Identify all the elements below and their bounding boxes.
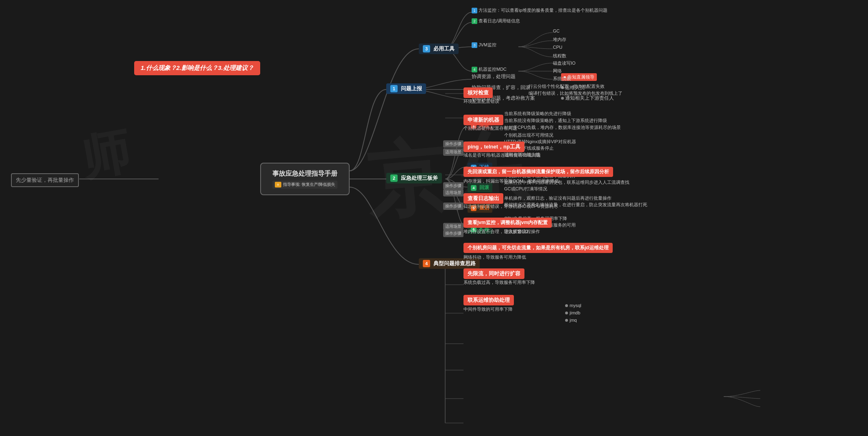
top-question-text: 1.什么现象？2.影响是什么？3.处理建议？ bbox=[141, 64, 254, 71]
xianliu-sys-item: 系统负载过高，导致服务可用率下降 bbox=[463, 279, 535, 286]
center-node: 事故应急处理指导手册 ≡ 指导事项: 恢复生产/降低损失 bbox=[260, 163, 350, 195]
center-title: 事故应急处理指导手册 bbox=[272, 170, 338, 178]
xianliu-tag2: 适用场景 bbox=[443, 148, 463, 156]
top-question-box: 1.什么现象？2.影响是什么？3.处理建议？ bbox=[134, 61, 260, 75]
mdc-load: 系统负载 bbox=[553, 76, 571, 82]
room-item: 网络抖动，导致服务可用力降低 bbox=[463, 254, 526, 260]
huigun-item3: GC或CPU打满等情况 bbox=[504, 186, 547, 192]
yunwei-item: 中间件导致的可用率下降 bbox=[463, 306, 513, 312]
watermark-shi: 师 bbox=[76, 118, 135, 192]
biyong-item1: 1 方法监控：可以查看ip维度的服务质量，排查出是各个别机器问题 bbox=[472, 7, 607, 13]
branch-wenti-shangbao: 1 问题上报 bbox=[386, 83, 426, 94]
jiangji-item2: 当前系统没有降级策略的，通知上下游系统进行降级 bbox=[504, 118, 607, 124]
hd-item1: 行云分组个性化配置，使本地配置失效 bbox=[529, 83, 605, 89]
jiangji-item3: 针对于CPU负载，堆内存，数据库连接池等资源耗尽的场景 bbox=[504, 124, 621, 131]
center-subtitle: 指导事项: 恢复生产/降低损失 bbox=[283, 182, 335, 187]
rollback-item: 内存泄漏，抖漏出等导致OOM，服务可用率降低 bbox=[463, 178, 559, 184]
biyong-item2: 2 查看日志/调用链信息 bbox=[472, 18, 520, 24]
shangbao-item1: 协调资源，处理问题 bbox=[472, 73, 516, 80]
check-hd: 核对检查 bbox=[463, 87, 493, 98]
mdc-disk: 磁盘读写IO bbox=[553, 60, 576, 66]
jvm-threads: 线程数 bbox=[553, 53, 566, 59]
branch2-badge: 2 bbox=[390, 174, 398, 182]
mdc-net: 网络 bbox=[553, 68, 562, 74]
branch4-badge: 4 bbox=[423, 260, 430, 267]
hd-env: 环境配置配置错误 bbox=[463, 98, 499, 105]
kuorong-tag1: 适用场景 bbox=[443, 223, 463, 230]
middleware-jmq: jmq bbox=[565, 318, 577, 323]
logs-item: 日志级别设置错误，导致机器IO或CPU资源耗尽 bbox=[463, 203, 558, 209]
check-apply: 申请新的机器 bbox=[463, 115, 503, 125]
huigun-tag1: 操作步骤 bbox=[443, 182, 463, 190]
xianliu-tag1: 操作步骤 bbox=[443, 140, 463, 148]
middleware-mysql: mysql bbox=[565, 303, 581, 308]
middleware-jimdb: jimdb bbox=[565, 310, 580, 315]
chongqi-item1: 单机操作，观察日志，验证没有问题后再进行批量操作 bbox=[504, 195, 611, 201]
branch2-label: 应急处理三板斧 bbox=[401, 174, 438, 182]
hd-item2: 编译打包错误，比如将预发布的包发布到线上了 bbox=[529, 90, 622, 96]
jvm-cpu: CPU bbox=[553, 45, 562, 50]
jvm-gc: GC bbox=[553, 28, 560, 33]
check-rollback: 先回滚或重启，留一台机器摘掉流量保护现场，留作后续原因分析 bbox=[463, 167, 613, 177]
branch-biyong: 3 必用工具 bbox=[419, 44, 459, 54]
left-boundary-node: 先少量验证，再批量操作 bbox=[8, 169, 81, 191]
apply-item: 个别机器硬件配置存在问题 bbox=[463, 125, 517, 131]
branch3-label: 必用工具 bbox=[433, 45, 455, 52]
check-room: 个别机房问题，可先切走流量，如果是所有机房，联系jd运维处理 bbox=[463, 243, 613, 253]
check-ping: ping，telnet，np工具 bbox=[463, 142, 524, 152]
kuorong-tag2: 操作步骤 bbox=[443, 230, 463, 237]
jvm-item: 堆内存设置不合理，导致频繁GC bbox=[463, 229, 529, 235]
check-yunwei: 联系运维协助处理 bbox=[463, 295, 514, 305]
branch4-label: 典型问题排查思路 bbox=[433, 260, 476, 267]
biyong-mdc: 4 机器监控MDC bbox=[472, 66, 507, 72]
ping-item: 域名是否可用/机器连通性是否出现问题 bbox=[463, 152, 541, 158]
jiangji-item1: 当前系统有降级策略的先进行降级 bbox=[504, 111, 571, 117]
branch1-badge: 1 bbox=[390, 85, 398, 92]
jvm-heap: 堆内存 bbox=[553, 37, 566, 43]
branch1-label: 问题上报 bbox=[401, 85, 422, 92]
check-jvm: 查看jvm监控，调整机器jvm内存配置 bbox=[463, 218, 552, 228]
xianliu-item1: 个别机器出现不可用情况 bbox=[504, 132, 553, 138]
branch3-badge: 3 bbox=[423, 45, 430, 52]
check-xianliu: 先限流，同时进行扩容 bbox=[463, 268, 524, 279]
left-node-label: 先少量验证，再批量操作 bbox=[11, 173, 79, 187]
branch-yingji: 2 应急处理三板斧 bbox=[386, 173, 442, 183]
sub-huigun: 4 回滚 bbox=[468, 183, 492, 192]
biyong-jvm: 3 JVM监控 bbox=[472, 42, 496, 48]
chongqi-tag: 操作步骤 bbox=[443, 203, 463, 210]
huigun-tag2: 适用场景 bbox=[443, 189, 463, 196]
check-logs: 查看日志输出 bbox=[463, 193, 503, 204]
